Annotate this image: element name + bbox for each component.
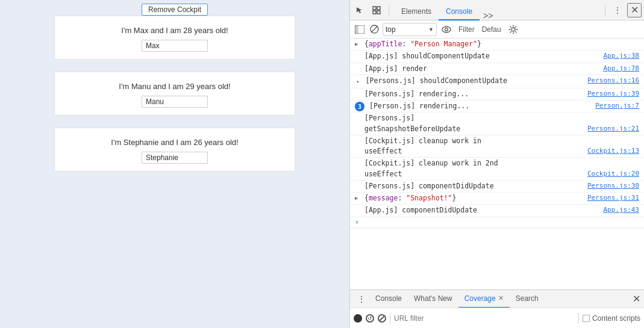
log-content-cockpit-cleanup1: [Cockpit.js] cleanup work inuseEffect Co… (364, 136, 644, 157)
log-link-persons16[interactable]: Persons.js:16 (587, 76, 639, 86)
log-entry-cockpit-cleanup1: [Cockpit.js] cleanup work inuseEffect Co… (350, 135, 644, 158)
log-entry-app-did-update: [App.js] componentDidUpdate App.js:43 (350, 205, 644, 217)
expand-spacer-6 (355, 158, 362, 160)
log-content-person-rendering: [Person.js] rendering... Person.js:7 (367, 101, 644, 111)
reload-icon-button[interactable]: ↺ (366, 314, 374, 323)
person-description-max: I'm Max and I am 28 years old! (121, 26, 228, 35)
log-entry-persons-should-update: · [Persons.js] shouldComponentUpdate Per… (350, 75, 644, 88)
console-input-bar: ↺ Content scripts (350, 308, 644, 328)
log-content-snapshot-obj: {message: "Snapshot!"} Persons.js:31 (364, 193, 644, 203)
settings-icon-button[interactable] (506, 22, 521, 37)
count-badge-3: 3 (355, 102, 364, 111)
svg-point-10 (511, 28, 515, 31)
log-entry-prompt: › (350, 217, 644, 228)
log-link-persons30[interactable]: Persons.js:30 (587, 181, 639, 191)
log-entry-app-title: ▶ {appTitle: "Person Manager"} (350, 39, 644, 51)
svg-rect-1 (377, 7, 380, 10)
more-options-button[interactable]: ⋮ (610, 3, 625, 17)
log-entry-snapshot-obj: ▶ {message: "Snapshot!"} Persons.js:31 (350, 193, 644, 205)
url-filter-input[interactable] (394, 314, 575, 323)
sidebar-toggle-icon[interactable] (354, 23, 366, 36)
input-controls: ↺ (354, 314, 386, 323)
filter-button[interactable]: Filter (456, 25, 477, 34)
svg-rect-4 (355, 25, 358, 34)
remove-cockpit-button[interactable]: Remove Cockpit (142, 4, 208, 16)
tab-console[interactable]: Console (439, 4, 480, 20)
devtools-topbar: Elements Console >> ⋮ ✕ (350, 0, 644, 20)
chevron-down-icon: ▼ (428, 26, 434, 32)
expand-spacer-2 (355, 64, 362, 66)
expand-spacer-3 (355, 89, 362, 91)
default-levels-button[interactable]: Defau (480, 25, 504, 34)
log-link-person7[interactable]: Person.js:7 (595, 101, 639, 111)
expand-spacer-1 (355, 51, 362, 53)
input-divider-2 (578, 313, 579, 324)
bottom-tab-coverage[interactable]: Coverage ✕ (458, 290, 510, 308)
tab-more-button[interactable]: >> (480, 11, 496, 20)
person-input-manu[interactable] (142, 96, 208, 108)
expand-spacer-8 (355, 205, 362, 207)
expand-icon-snapshot[interactable]: ▶ (355, 193, 362, 201)
log-content-app-title: {appTitle: "Person Manager"} (364, 39, 644, 49)
svg-point-8 (442, 26, 451, 32)
svg-rect-2 (373, 11, 376, 14)
log-link-persons39[interactable]: Persons.js:39 (587, 89, 639, 99)
log-content-cockpit-cleanup2: [Cockpit.js] cleanup work in 2nduseEffec… (364, 158, 644, 179)
content-scripts-checkbox[interactable] (583, 315, 590, 322)
bottom-tab-whats-new[interactable]: What's New (408, 290, 458, 308)
expand-icon-app-title[interactable]: ▶ (355, 39, 362, 47)
tab-elements[interactable]: Elements (394, 4, 439, 20)
log-content-persons-did-update: [Persons.js] componentDidUpdate Persons.… (364, 181, 644, 191)
expand-spacer-4 (355, 113, 362, 115)
divider-2 (605, 5, 605, 16)
coverage-tab-close-icon[interactable]: ✕ (498, 294, 504, 302)
person-card-manu: I'm Manu and I am 29 years old! (54, 72, 295, 116)
log-entry-person-rendering: 3 [Person.js] rendering... Person.js:7 (350, 101, 644, 113)
clear-console-icon[interactable] (368, 23, 380, 36)
log-content-persons-rendering: [Persons.js] rendering... Persons.js:39 (364, 89, 644, 99)
prompt-chevron-icon: › (355, 218, 361, 226)
close-bottom-panel-icon[interactable]: ✕ (633, 293, 640, 305)
person-description-manu: I'm Manu and I am 29 years old! (119, 82, 230, 91)
log-content-persons-snapshot-before: [Persons.js]getSnapshotBeforeUpdate Pers… (364, 113, 644, 134)
console-log-area: ▶ {appTitle: "Person Manager"} [App.js] … (350, 39, 644, 289)
console-toolbar: top ▼ Filter Defau (350, 20, 644, 39)
context-selector[interactable]: top ▼ (383, 23, 437, 36)
log-content-app-should-update: [App.js] shouldComponentUpdate App.js:38 (364, 51, 644, 61)
close-devtools-button[interactable]: ✕ (627, 3, 642, 17)
log-entry-persons-rendering: [Persons.js] rendering... Persons.js:39 (350, 88, 644, 101)
clear-icon-button[interactable] (378, 314, 386, 323)
log-link-persons21[interactable]: Persons.js:21 (587, 124, 639, 134)
bottom-tab-search[interactable]: Search (510, 290, 545, 308)
inspect-icon-button[interactable] (369, 3, 384, 17)
log-link-app78[interactable]: App.js:78 (603, 64, 639, 74)
person-description-stephanie: I'm Stephanie and I am 26 years old! (111, 138, 238, 147)
log-link-cockpit13[interactable]: Cockpit.js:13 (587, 146, 639, 156)
log-content-app-did-update: [App.js] componentDidUpdate App.js:43 (364, 205, 644, 215)
log-content-persons-should-update: [Persons.js] shouldComponentUpdate Perso… (366, 76, 644, 86)
cursor-icon-button[interactable] (352, 3, 367, 17)
bottom-tab-console[interactable]: Console (369, 290, 408, 308)
svg-rect-0 (373, 7, 376, 10)
content-scripts-label: Content scripts (592, 314, 640, 323)
person-input-max[interactable] (142, 40, 208, 52)
dot-indicator: · (355, 76, 363, 87)
left-panel: Remove Cockpit I'm Max and I am 28 years… (0, 0, 349, 328)
person-card-stephanie: I'm Stephanie and I am 26 years old! (54, 128, 295, 172)
svg-line-7 (371, 26, 378, 32)
expand-spacer-5 (355, 136, 362, 138)
bottom-tab-coverage-label: Coverage (464, 294, 496, 303)
context-value: top (386, 25, 426, 34)
person-input-stephanie[interactable] (142, 152, 208, 164)
log-link-app43[interactable]: App.js:43 (603, 205, 639, 215)
record-button[interactable] (354, 314, 362, 323)
devtools-panel: Elements Console >> ⋮ ✕ top ▼ (349, 0, 644, 328)
log-link-app38[interactable]: App.js:38 (603, 51, 639, 61)
bottom-tabs-bar: ⋮ Console What's New Coverage ✕ Search ✕ (350, 289, 644, 308)
log-link-cockpit20[interactable]: Cockpit.js:20 (587, 169, 639, 179)
person-card-max: I'm Max and I am 28 years old! (54, 16, 295, 60)
eye-icon-button[interactable] (439, 22, 454, 37)
bottom-more-icon[interactable]: ⋮ (354, 294, 369, 304)
log-link-persons31[interactable]: Persons.js:31 (587, 193, 639, 203)
devtools-tabs: Elements Console >> (394, 0, 496, 20)
